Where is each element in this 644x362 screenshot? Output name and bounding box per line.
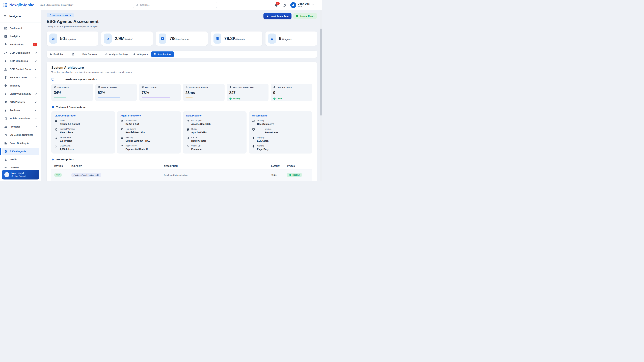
help-card-subtitle: Contact Support: [12, 175, 26, 177]
robot-icon: [268, 33, 276, 43]
sidebar-item-remote-control[interactable]: Remote Control: [2, 74, 39, 81]
system-architecture-panel: System Architecture Technical specificat…: [46, 62, 317, 181]
sidebar-item-analytics[interactable]: Analytics: [2, 33, 39, 40]
activity-icon: [252, 120, 255, 122]
cpu-icon: [55, 128, 58, 131]
user-role: User: [298, 5, 310, 8]
flask-icon: [266, 15, 269, 17]
sidebar-item-energy-community[interactable]: Energy Community: [2, 90, 39, 97]
notifications-button[interactable]: 2: [274, 3, 278, 7]
chevron-down-icon: [312, 4, 314, 6]
tab-analysis-settings[interactable]: Analysis Settings: [105, 53, 128, 56]
sidebar-item-esg-platform[interactable]: ESG Platform: [2, 98, 39, 106]
network-icon: [120, 120, 123, 122]
memory-icon: [98, 86, 100, 88]
help-card[interactable]: Need Help? Contact Support: [2, 170, 39, 179]
tab-ai-agents[interactable]: AI Agents: [133, 53, 148, 56]
section-title: System Architecture: [51, 66, 312, 69]
sidebar-item-ec-design-optimizer[interactable]: EC Design Optimizer: [2, 131, 39, 139]
sidebar-item-profile[interactable]: Profile: [2, 156, 39, 163]
queue-icon: [273, 86, 276, 88]
building-icon: [49, 33, 57, 43]
sidebar-item-gem-optimization[interactable]: GEM Optimization: [2, 49, 39, 56]
queue-icon: [186, 128, 189, 131]
sidebar-item-promoter[interactable]: Promoter: [2, 123, 39, 130]
sidebar-item-dashboard[interactable]: Dashboard: [2, 24, 39, 32]
info-icon: [4, 172, 10, 177]
chevron-down-icon: [34, 125, 37, 128]
mission-control-badge: MISSION CONTROL: [46, 13, 74, 17]
scrollbar-thumb[interactable]: [320, 28, 322, 116]
ai-head-icon: [4, 150, 7, 153]
help-button[interactable]: [282, 3, 286, 7]
ruler-icon: [104, 33, 112, 43]
table-row[interactable]: GET /api/v1/portfolio/{id} Fetch portfol…: [51, 169, 312, 181]
endpoint-latency: 45ms: [271, 174, 287, 176]
sidebar-item-gem-monitoring[interactable]: GEM Monitoring: [2, 57, 39, 65]
thermometer-icon: [55, 136, 58, 139]
spec-card-data-pipeline: Data Pipeline ETL EngineApache Spark 3.5…: [183, 111, 246, 153]
sidebar-item-mobile-operations[interactable]: Mobile Operations: [2, 115, 39, 122]
chevron-down-icon: [34, 76, 37, 79]
progress-bar: [98, 97, 120, 98]
metrics-row: CPU USAGE 34% MEMORY USAGE 62% GPU USAGE…: [51, 84, 312, 101]
chevron-down-icon: [34, 100, 37, 104]
notification-count-badge: 2: [276, 2, 280, 5]
download-circle-icon: [159, 33, 166, 43]
progress-bar: [142, 97, 170, 98]
chevron-down-icon: [34, 109, 37, 112]
analytics-icon: [4, 35, 7, 38]
chevron-down-icon: [34, 92, 37, 95]
rotate-ccw-icon: [120, 145, 123, 148]
notifications-badge: 8: [33, 43, 37, 46]
spec-card-agent-framework: Agent Framework ArchitectureReAct + CoT …: [117, 111, 180, 153]
main-content: MISSION CONTROL ESG Agentic Assessment C…: [41, 10, 322, 181]
sidebar-item-gem-control-room[interactable]: GEM Control Room: [2, 65, 39, 73]
page-scrollbar[interactable]: [320, 10, 322, 181]
sidebar-item-eligibility[interactable]: Eligibility: [2, 82, 39, 89]
search-input[interactable]: [140, 3, 214, 6]
sidebar-item-notifications[interactable]: Notifications 8: [2, 41, 39, 48]
file-icon: [72, 53, 74, 56]
sidebar-item-smart-building-ai[interactable]: Smart Building AI: [2, 139, 39, 147]
check-circle-icon: [229, 97, 232, 100]
app-logo-icon: [3, 3, 8, 7]
stat-card-records: 78.3KRecords: [211, 31, 262, 45]
sidebar-item-settings[interactable]: Settings: [2, 164, 39, 168]
wifi-icon: [186, 86, 188, 88]
sliders-icon: [105, 53, 108, 56]
api-heading: API Endpoints: [56, 158, 74, 161]
sidebar-item-esg-ai-agents[interactable]: ESG AI Agents: [2, 148, 39, 155]
tab-portfolio[interactable]: Portfolio: [49, 53, 63, 56]
check-circle-icon: [296, 14, 298, 17]
monitor-icon: [252, 128, 255, 131]
spec-cards: LLM Configuration ModelClaude 3.5 Sonnet…: [51, 111, 312, 153]
gear-icon: [51, 105, 54, 109]
sparkles-icon: [4, 133, 7, 137]
active-indicator: [0, 148, 1, 155]
sidebar-item-predman[interactable]: Predman: [2, 107, 39, 114]
app-header: Nexgile-Ignite Spark Efficiency Ignite S…: [0, 0, 322, 10]
rocket-icon: [49, 14, 51, 16]
gear-icon: [4, 166, 7, 168]
load-demo-data-button[interactable]: Load Demo Data: [264, 13, 292, 19]
tab-architecture[interactable]: Architecture: [151, 51, 174, 57]
check-circle-icon: [273, 97, 276, 100]
split-icon: [120, 128, 123, 131]
hamburger-menu-icon[interactable]: [3, 14, 7, 18]
progress-bar: [54, 97, 66, 98]
spec-card-observability: Observability TracingOpenTelemetry Metri…: [249, 111, 312, 153]
database-icon: [214, 33, 221, 43]
page-title: ESG Agentic Assessment: [46, 19, 98, 24]
search-box: [133, 2, 217, 8]
user-menu[interactable]: John Doe User: [290, 2, 314, 8]
tab-data-sources[interactable]: Data Sources: [72, 53, 97, 56]
plug-icon: [4, 109, 7, 112]
shield-check-icon: [4, 84, 7, 87]
metric-card-cpu: CPU USAGE 34%: [51, 84, 93, 101]
status-badge: Clear: [273, 97, 310, 100]
metrics-heading: Real-time System Metrics: [66, 78, 97, 81]
leaf-icon: [4, 100, 7, 104]
chevron-down-icon: [34, 117, 37, 120]
gpu-icon: [142, 86, 144, 88]
